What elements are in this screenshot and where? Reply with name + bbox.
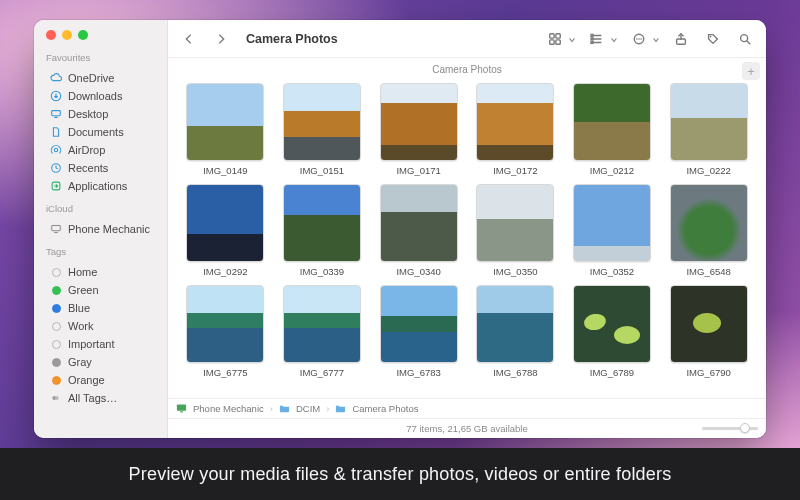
sidebar-item-label: AirDrop [68, 144, 105, 156]
search-button[interactable] [734, 28, 756, 50]
file-item[interactable]: IMG_6777 [279, 285, 366, 378]
sidebar-item-label: Important [68, 338, 114, 350]
sidebar-item-desktop[interactable]: Desktop [38, 105, 163, 123]
sidebar-item-onedrive[interactable]: OneDrive [38, 69, 163, 87]
file-item[interactable]: IMG_6788 [472, 285, 559, 378]
file-item[interactable]: IMG_0352 [569, 184, 656, 277]
file-item[interactable]: IMG_0350 [472, 184, 559, 277]
file-item[interactable]: IMG_6548 [665, 184, 752, 277]
marketing-caption: Preview your media files & transfer phot… [0, 448, 800, 500]
thumbnail-image [476, 184, 554, 262]
thumbnail-image [380, 285, 458, 363]
group-by-button[interactable] [586, 28, 618, 50]
path-seg-1[interactable]: DCIM [296, 403, 320, 414]
sidebar-item-label: Downloads [68, 90, 122, 102]
sidebar-item-orange[interactable]: Orange [38, 371, 163, 389]
status-bar: 77 items, 21,65 GB available [168, 418, 766, 438]
file-item[interactable]: IMG_0149 [182, 83, 269, 176]
file-name: IMG_0292 [203, 266, 247, 277]
file-name: IMG_0340 [396, 266, 440, 277]
sidebar-item-important[interactable]: Important [38, 335, 163, 353]
file-name: IMG_6777 [300, 367, 344, 378]
file-item[interactable]: IMG_0171 [375, 83, 462, 176]
window-controls [34, 20, 167, 46]
thumbnail-zoom-slider[interactable] [702, 427, 758, 430]
main-pane: Camera Photos Cam [168, 20, 766, 438]
window-title: Camera Photos [246, 32, 338, 46]
cloud-icon [50, 72, 62, 84]
thumbnail-image [186, 285, 264, 363]
thumbnail-image [283, 184, 361, 262]
path-seg-2[interactable]: Camera Photos [352, 403, 418, 414]
sidebar-item-label: OneDrive [68, 72, 114, 84]
file-item[interactable]: IMG_0222 [665, 83, 752, 176]
file-item[interactable]: IMG_0172 [472, 83, 559, 176]
forward-button[interactable] [210, 28, 232, 50]
thumbnail-image [186, 184, 264, 262]
sidebar-item-label: Green [68, 284, 99, 296]
svg-rect-1 [52, 111, 61, 116]
tags-button[interactable] [702, 28, 724, 50]
file-item[interactable]: IMG_0292 [182, 184, 269, 277]
file-name: IMG_0149 [203, 165, 247, 176]
svg-rect-19 [591, 41, 593, 43]
file-item[interactable]: IMG_0340 [375, 184, 462, 277]
svg-rect-29 [180, 411, 183, 412]
file-name: IMG_0172 [493, 165, 537, 176]
file-name: IMG_0222 [686, 165, 730, 176]
tab-title[interactable]: Camera Photos [432, 64, 501, 75]
svg-point-23 [640, 38, 642, 40]
svg-rect-10 [550, 33, 554, 37]
file-name: IMG_0212 [590, 165, 634, 176]
content-area[interactable]: IMG_0149IMG_0151IMG_0171IMG_0172IMG_0212… [168, 77, 766, 398]
thumbnail-image [670, 184, 748, 262]
thumbnail-image [670, 285, 748, 363]
new-tab-button[interactable]: + [742, 62, 760, 80]
sidebar-item-airdrop[interactable]: AirDrop [38, 141, 163, 159]
sidebar-item-green[interactable]: Green [38, 281, 163, 299]
folder-icon [279, 403, 290, 414]
back-button[interactable] [178, 28, 200, 50]
file-item[interactable]: IMG_0151 [279, 83, 366, 176]
folder-icon [335, 403, 346, 414]
thumbnail-image [573, 285, 651, 363]
file-item[interactable]: IMG_0212 [569, 83, 656, 176]
sidebar-item-downloads[interactable]: Downloads [38, 87, 163, 105]
zoom-window-button[interactable] [78, 30, 88, 40]
file-item[interactable]: IMG_6775 [182, 285, 269, 378]
file-item[interactable]: IMG_6783 [375, 285, 462, 378]
svg-rect-18 [591, 37, 593, 39]
tag-dot-icon [50, 374, 62, 386]
sidebar-item-applications[interactable]: Applications [38, 177, 163, 195]
close-window-button[interactable] [46, 30, 56, 40]
file-name: IMG_0350 [493, 266, 537, 277]
chevron-right-icon: › [326, 403, 329, 414]
sidebar-item-work[interactable]: Work [38, 317, 163, 335]
file-name: IMG_6783 [396, 367, 440, 378]
sidebar-item-phone-mechanic[interactable]: Phone Mechanic [38, 220, 163, 238]
sidebar-header: iCloud [34, 197, 167, 216]
view-mode-button[interactable] [544, 28, 576, 50]
sidebar-item-recents[interactable]: Recents [38, 159, 163, 177]
sidebar-item-gray[interactable]: Gray [38, 353, 163, 371]
sidebar-item-home[interactable]: Home [38, 263, 163, 281]
file-name: IMG_6790 [686, 367, 730, 378]
svg-point-26 [741, 34, 748, 41]
alltags-icon [50, 392, 62, 404]
file-name: IMG_6548 [686, 266, 730, 277]
share-button[interactable] [670, 28, 692, 50]
minimize-window-button[interactable] [62, 30, 72, 40]
sidebar-item-label: Phone Mechanic [68, 223, 150, 235]
tab-bar: Camera Photos + [168, 58, 766, 77]
doc-icon [50, 126, 62, 138]
sidebar-item-blue[interactable]: Blue [38, 299, 163, 317]
action-menu-button[interactable] [628, 28, 660, 50]
path-seg-0[interactable]: Phone Mechanic [193, 403, 264, 414]
sidebar-item-all-tags-[interactable]: All Tags… [38, 389, 163, 407]
file-item[interactable]: IMG_6789 [569, 285, 656, 378]
file-name: IMG_6788 [493, 367, 537, 378]
sidebar-item-documents[interactable]: Documents [38, 123, 163, 141]
path-bar: Phone Mechanic › DCIM › Camera Photos [168, 398, 766, 418]
file-item[interactable]: IMG_6790 [665, 285, 752, 378]
file-item[interactable]: IMG_0339 [279, 184, 366, 277]
